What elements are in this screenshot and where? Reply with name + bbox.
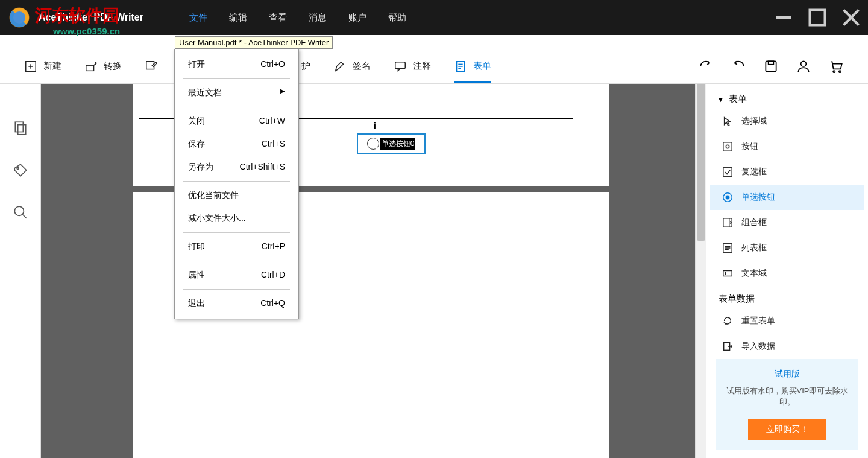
- scrollbar[interactable]: [695, 84, 706, 458]
- item-label: 列表框: [741, 243, 767, 253]
- pointer-icon: [722, 116, 733, 127]
- menu-help[interactable]: 帮助: [386, 8, 409, 27]
- item-label: 导入数据: [741, 341, 775, 352]
- undo-icon[interactable]: [731, 59, 746, 74]
- tool-new[interactable]: 新建: [24, 56, 61, 77]
- svg-point-16: [801, 61, 807, 66]
- form-item-radio[interactable]: 单选按钮: [710, 185, 864, 210]
- svg-point-18: [839, 71, 841, 72]
- watermark-text: 河东软件园: [35, 4, 119, 27]
- radio-button-widget[interactable]: 单选按钮0: [357, 133, 426, 154]
- form-icon: [454, 60, 467, 73]
- main: i 单选按钮0 ▼ 表单 选择域 按钮 复选框 单选按钮: [0, 84, 868, 458]
- menu-quit[interactable]: 退出Ctrl+Q: [175, 292, 298, 315]
- form-item-combobox[interactable]: 组合框: [710, 210, 864, 235]
- svg-rect-20: [17, 125, 25, 135]
- tool-label: 注释: [413, 60, 431, 72]
- svg-point-25: [726, 145, 729, 148]
- form-data-reset[interactable]: 重置表单: [710, 308, 864, 334]
- user-icon[interactable]: [796, 59, 811, 74]
- tool-sign[interactable]: 签名: [333, 56, 371, 77]
- menu-view[interactable]: 查看: [266, 8, 289, 27]
- right-panel: ▼ 表单 选择域 按钮 复选框 单选按钮 组合框 列表框 文本域: [706, 84, 868, 458]
- tag-icon[interactable]: [13, 162, 28, 178]
- menu-separator: [183, 181, 290, 182]
- menu-separator: [183, 289, 290, 290]
- svg-point-21: [17, 167, 19, 169]
- svg-point-17: [833, 71, 835, 72]
- panel-header-form[interactable]: ▼ 表单: [710, 90, 864, 109]
- item-label: 组合框: [741, 217, 767, 228]
- trial-box: 试用版 试用版有水印，购买VIP即可去除水印。 立即购买！: [716, 359, 858, 450]
- menu-account[interactable]: 账户: [346, 8, 369, 27]
- svg-rect-9: [395, 62, 406, 68]
- tool-comment[interactable]: 注释: [394, 56, 431, 77]
- form-data-import[interactable]: 导入数据: [710, 334, 864, 359]
- convert-icon: [84, 60, 98, 73]
- form-item-select-field[interactable]: 选择域: [710, 109, 864, 134]
- import-icon: [722, 341, 733, 352]
- page-char: i: [374, 121, 376, 131]
- menu-file[interactable]: 文件: [187, 8, 210, 27]
- window-controls: [772, 8, 863, 27]
- tool-form[interactable]: 表单: [454, 56, 491, 83]
- textfield-icon: [722, 268, 733, 279]
- menu-separator: [183, 261, 290, 261]
- toolbar: 新建 转换 护 签名 注释 表单: [0, 49, 868, 84]
- window-title-tooltip: User Manual.pdf * - AceThinker PDF Write…: [175, 36, 333, 49]
- item-label: 文本域: [741, 268, 767, 279]
- tool-protect[interactable]: 护: [301, 57, 310, 75]
- close-button[interactable]: [839, 8, 863, 27]
- edit-icon: [145, 60, 158, 73]
- combobox-icon: [722, 217, 733, 228]
- item-label: 单选按钮: [741, 192, 775, 203]
- panel-section-form-data: 表单数据: [710, 286, 864, 308]
- item-label: 按钮: [741, 141, 758, 152]
- watermark-url: www.pc0359.cn: [53, 26, 120, 36]
- tool-label: 新建: [43, 60, 61, 72]
- menu-edit[interactable]: 编辑: [227, 8, 250, 27]
- cart-icon[interactable]: [828, 59, 844, 74]
- buy-now-button[interactable]: 立即购买！: [748, 419, 826, 440]
- pen-icon: [333, 60, 347, 73]
- logo-area: AceThinker PDF Writer 河东软件园 www.pc0359.c…: [5, 3, 143, 32]
- menu-open[interactable]: 打开Ctrl+O: [175, 53, 298, 76]
- tool-edit[interactable]: [145, 56, 158, 77]
- svg-line-23: [22, 214, 27, 218]
- menu-print[interactable]: 打印Ctrl+P: [175, 235, 298, 258]
- form-item-button[interactable]: 按钮: [710, 134, 864, 159]
- pages-icon[interactable]: [13, 120, 28, 136]
- minimize-button[interactable]: [772, 8, 796, 27]
- scrollbar-thumb[interactable]: [697, 84, 705, 241]
- menu-save[interactable]: 保存Ctrl+S: [175, 133, 298, 156]
- menu-message[interactable]: 消息: [306, 8, 329, 27]
- redo-icon[interactable]: [698, 59, 714, 74]
- listbox-icon: [722, 243, 733, 253]
- titlebar: AceThinker PDF Writer 河东软件园 www.pc0359.c…: [0, 0, 868, 35]
- menu-saveas[interactable]: 另存为Ctrl+Shift+S: [175, 156, 298, 179]
- form-item-textfield[interactable]: 文本域: [710, 261, 864, 286]
- svg-rect-15: [769, 61, 774, 64]
- radio-label: 单选按钮0: [380, 138, 416, 150]
- maximize-button[interactable]: [805, 8, 829, 27]
- menu-properties[interactable]: 属性Ctrl+D: [175, 264, 298, 287]
- menu-reduce[interactable]: 减小文件大小...: [175, 207, 298, 230]
- tool-label: 转换: [104, 60, 122, 72]
- form-item-checkbox[interactable]: 复选框: [710, 159, 864, 185]
- save-icon[interactable]: [763, 59, 779, 74]
- search-icon[interactable]: [13, 205, 28, 220]
- menu-close[interactable]: 关闭Ctrl+W: [175, 110, 298, 133]
- menu-optimize[interactable]: 优化当前文件: [175, 184, 298, 207]
- trial-text: 试用版有水印，购买VIP即可去除水印。: [722, 386, 852, 407]
- item-label: 复选框: [741, 167, 767, 177]
- form-item-listbox[interactable]: 列表框: [710, 235, 864, 261]
- radio-circle-icon: [367, 138, 379, 150]
- tool-label: 表单: [473, 60, 491, 72]
- canvas-area[interactable]: i 单选按钮0: [41, 84, 695, 458]
- tool-convert[interactable]: 转换: [84, 56, 122, 77]
- chevron-right-icon: ▶: [280, 87, 285, 98]
- trial-title: 试用版: [722, 369, 852, 380]
- reset-icon: [722, 316, 733, 326]
- menu-recent[interactable]: 最近文档▶: [175, 81, 298, 104]
- menu-separator: [183, 107, 290, 107]
